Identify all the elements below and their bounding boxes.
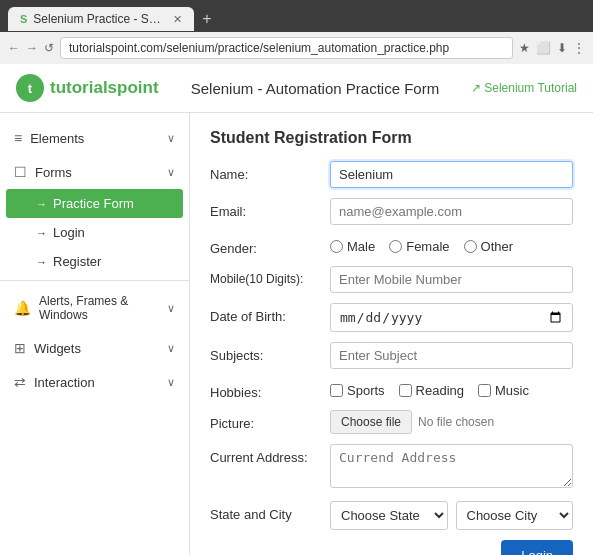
sidebar-item-forms[interactable]: ☐ Forms ∨ [0, 155, 189, 189]
hobbies-reading-option[interactable]: Reading [399, 383, 464, 398]
sidebar-item-widgets[interactable]: ⊞ Widgets ∨ [0, 331, 189, 365]
sidebar-sub-practice-form[interactable]: → Practice Form [6, 189, 183, 218]
tab-close-button[interactable]: ✕ [173, 13, 182, 26]
sidebar-label-register: Register [53, 254, 101, 269]
hobbies-reading-checkbox[interactable] [399, 384, 412, 397]
picture-control: Choose file No file chosen [330, 410, 573, 434]
state-select[interactable]: Choose State [330, 501, 448, 530]
dob-control [330, 303, 573, 332]
chevron-widgets: ∨ [167, 342, 175, 355]
mobile-input[interactable] [330, 266, 573, 293]
main-layout: ≡ Elements ∨ ☐ Forms ∨ → Practice Form →… [0, 113, 593, 555]
tab-title: Selenium Practice - Stud... [33, 12, 163, 26]
choose-file-button[interactable]: Choose file [330, 410, 412, 434]
file-no-chosen-text: No file chosen [418, 415, 494, 429]
chevron-alerts: ∨ [167, 302, 175, 315]
sidebar-item-interaction[interactable]: ⇄ Interaction ∨ [0, 365, 189, 399]
gender-male-radio[interactable] [330, 240, 343, 253]
logo-text: tutorialspoint [50, 78, 159, 98]
form-area: Student Registration Form Name: Email: G… [190, 113, 593, 555]
gender-female-option[interactable]: Female [389, 239, 449, 254]
mobile-row: Mobile(10 Digits): [210, 266, 573, 293]
name-input[interactable] [330, 161, 573, 188]
hobbies-sports-label: Sports [347, 383, 385, 398]
hobbies-checkbox-group: Sports Reading Music [330, 379, 573, 398]
dob-label: Date of Birth: [210, 303, 330, 324]
name-row: Name: [210, 161, 573, 188]
mobile-control [330, 266, 573, 293]
sidebar-item-elements[interactable]: ≡ Elements ∨ [0, 121, 189, 155]
sidebar: ≡ Elements ∨ ☐ Forms ∨ → Practice Form →… [0, 113, 190, 555]
new-tab-button[interactable]: + [194, 6, 219, 32]
hobbies-music-option[interactable]: Music [478, 383, 529, 398]
hobbies-reading-label: Reading [416, 383, 464, 398]
address-row: Current Address: [210, 444, 573, 491]
hobbies-sports-checkbox[interactable] [330, 384, 343, 397]
forms-icon: ☐ [14, 164, 27, 180]
hobbies-sports-option[interactable]: Sports [330, 383, 385, 398]
arrow-register-icon: → [36, 256, 47, 268]
sidebar-item-alerts[interactable]: 🔔 Alerts, Frames & Windows ∨ [0, 285, 189, 331]
address-label: Current Address: [210, 444, 330, 465]
dob-row: Date of Birth: [210, 303, 573, 332]
sidebar-sub-login[interactable]: → Login [0, 218, 189, 247]
sidebar-sub-register[interactable]: → Register [0, 247, 189, 276]
selenium-tutorial-link[interactable]: ↗ Selenium Tutorial [471, 81, 577, 95]
gender-male-label: Male [347, 239, 375, 254]
address-textarea[interactable] [330, 444, 573, 488]
email-control [330, 198, 573, 225]
mobile-label: Mobile(10 Digits): [210, 266, 330, 286]
address-input[interactable] [60, 37, 513, 59]
address-bar: ← → ↺ ★ ⬜ ⬇ ⋮ [0, 32, 593, 64]
download-icon[interactable]: ⬇ [557, 41, 567, 55]
city-select[interactable]: Choose City [456, 501, 574, 530]
gender-female-label: Female [406, 239, 449, 254]
tab-bar: S Selenium Practice - Stud... ✕ + [0, 0, 593, 32]
name-control [330, 161, 573, 188]
gender-other-radio[interactable] [464, 240, 477, 253]
gender-male-option[interactable]: Male [330, 239, 375, 254]
page-title: Selenium - Automation Practice Form [191, 80, 439, 97]
bookmark-icon[interactable]: ★ [519, 41, 530, 55]
email-label: Email: [210, 198, 330, 219]
refresh-button[interactable]: ↺ [44, 41, 54, 55]
interaction-icon: ⇄ [14, 374, 26, 390]
picture-label: Picture: [210, 410, 330, 431]
dob-input[interactable] [330, 303, 573, 332]
gender-radio-group: Male Female Other [330, 235, 573, 254]
gender-other-option[interactable]: Other [464, 239, 514, 254]
gender-row: Gender: Male Female Other [210, 235, 573, 256]
subjects-input[interactable] [330, 342, 573, 369]
app-content: t tutorialspoint Selenium - Automation P… [0, 64, 593, 555]
login-btn-row: Login [210, 540, 573, 555]
back-button[interactable]: ← [8, 41, 20, 55]
menu-icon[interactable]: ⋮ [573, 41, 585, 55]
forward-button[interactable]: → [26, 41, 38, 55]
alerts-icon: 🔔 [14, 300, 31, 316]
logo: t tutorialspoint [16, 74, 159, 102]
picture-row: Picture: Choose file No file chosen [210, 410, 573, 434]
sidebar-divider-1 [0, 280, 189, 281]
extension-icon[interactable]: ⬜ [536, 41, 551, 55]
hobbies-label: Hobbies: [210, 379, 330, 400]
gender-control: Male Female Other [330, 235, 573, 254]
state-city-row: State and City Choose State Choose City [210, 501, 573, 530]
state-city-control: Choose State Choose City [330, 501, 573, 530]
gender-female-radio[interactable] [389, 240, 402, 253]
email-input[interactable] [330, 198, 573, 225]
hobbies-music-label: Music [495, 383, 529, 398]
chevron-elements: ∨ [167, 132, 175, 145]
sidebar-label-elements: Elements [30, 131, 84, 146]
gender-label: Gender: [210, 235, 330, 256]
sidebar-label-forms: Forms [35, 165, 72, 180]
login-button[interactable]: Login [501, 540, 573, 555]
sidebar-label-practice-form: Practice Form [53, 196, 134, 211]
app-header: t tutorialspoint Selenium - Automation P… [0, 64, 593, 113]
email-row: Email: [210, 198, 573, 225]
file-input-row: Choose file No file chosen [330, 410, 573, 434]
hobbies-music-checkbox[interactable] [478, 384, 491, 397]
form-title: Student Registration Form [210, 129, 573, 147]
hobbies-row: Hobbies: Sports Reading Musi [210, 379, 573, 400]
active-tab[interactable]: S Selenium Practice - Stud... ✕ [8, 7, 194, 31]
arrow-practice-icon: → [36, 198, 47, 210]
